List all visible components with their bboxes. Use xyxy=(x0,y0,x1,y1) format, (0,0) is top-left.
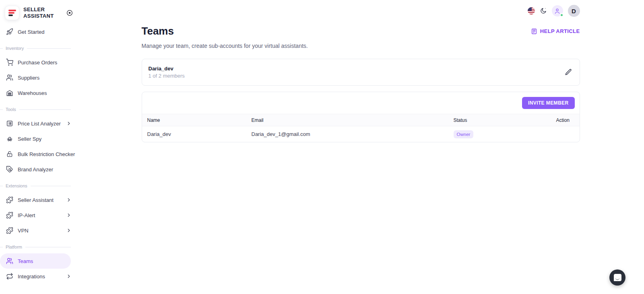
invite-member-button[interactable]: INVITE MEMBER xyxy=(522,97,575,109)
main-area: D Teams HELP ARTICLE Manage your team, c… xyxy=(77,0,644,294)
section-header-inventory: Inventory xyxy=(0,45,77,51)
sidebar-collapse-button[interactable] xyxy=(66,9,73,16)
rocket-icon xyxy=(6,28,13,35)
sidebar-item-label: Seller Assistant xyxy=(18,197,54,203)
column-header-status: Status xyxy=(448,117,551,123)
sidebar-item-label: Price List Analyzer xyxy=(18,121,61,127)
section-header-tools: Tools xyxy=(0,107,77,112)
online-status-dot xyxy=(560,13,564,17)
sidebar-item-suppliers[interactable]: Suppliers xyxy=(0,70,77,85)
puzzle-icon xyxy=(6,196,13,204)
edit-team-button[interactable] xyxy=(565,68,572,76)
sidebar-item-label: Bulk Restriction Checker xyxy=(18,151,75,157)
sidebar-item-purchase-orders[interactable]: Purchase Orders xyxy=(0,55,77,70)
sidebar-item-label: Brand Analyzer xyxy=(18,167,53,173)
sidebar-item-bulk-restriction-checker[interactable]: Bulk Restriction Checker xyxy=(0,146,77,162)
app-title: SELLER ASSISTANT xyxy=(23,6,54,20)
sidebar-item-price-list-analyzer[interactable]: Price List Analyzer xyxy=(0,116,77,131)
member-name: Daria_dev xyxy=(142,131,246,137)
sidebar-item-label: Seller Spy xyxy=(18,136,41,142)
sidebar-item-label: VPN xyxy=(18,228,29,234)
article-icon xyxy=(531,28,537,35)
user-avatar[interactable]: D xyxy=(568,5,580,17)
repeat-arrows-icon xyxy=(6,273,13,280)
sidebar-item-teams[interactable]: Teams xyxy=(0,253,71,269)
dark-mode-toggle[interactable] xyxy=(540,7,547,14)
column-header-action: Action xyxy=(551,117,580,123)
chevron-right-icon xyxy=(66,228,72,233)
puzzle-icon xyxy=(6,227,13,234)
topbar: D xyxy=(142,0,580,18)
lock-icon xyxy=(6,150,13,158)
pencil-icon xyxy=(565,68,572,76)
sidebar-item-brand-analyzer[interactable]: Brand Analyzer xyxy=(0,162,77,177)
chevron-right-icon xyxy=(66,212,72,218)
sidebar-item-label: Purchase Orders xyxy=(18,60,57,66)
chevron-right-icon xyxy=(66,197,72,203)
sidebar-item-integrations[interactable]: Integrations xyxy=(0,269,77,284)
chat-bubble-icon xyxy=(614,274,621,281)
table-header-row: Name Email Status Action xyxy=(142,114,580,126)
record-circle-icon xyxy=(66,9,73,16)
cart-icon xyxy=(6,59,13,66)
sidebar-item-warehouses[interactable]: Warehouses xyxy=(0,85,77,101)
chevron-right-icon xyxy=(66,121,72,126)
status-badge: Owner xyxy=(454,130,474,138)
members-panel: INVITE MEMBER Name Email Status Action D… xyxy=(142,92,580,142)
table-row: Daria_dev Daria_dev_1@gmail.com Owner xyxy=(142,126,580,142)
sidebar: SELLER ASSISTANT Get Started Inventory P… xyxy=(0,0,77,294)
column-header-name: Name xyxy=(142,117,246,123)
column-header-email: Email xyxy=(246,117,448,123)
sidebar-item-label: Get Started xyxy=(18,29,44,35)
puzzle-icon xyxy=(6,212,13,219)
team-name: Daria_dev xyxy=(149,66,185,72)
page-title: Teams xyxy=(142,25,174,37)
sidebar-item-label: Suppliers xyxy=(18,75,39,81)
sidebar-item-seller-assistant-extension[interactable]: Seller Assistant xyxy=(0,192,77,208)
sidebar-item-label: IP-Alert xyxy=(18,212,35,218)
account-status-button[interactable] xyxy=(552,5,563,16)
section-header-platform: Platform xyxy=(0,244,77,250)
sidebar-item-label: Integrations xyxy=(18,273,45,280)
app-logo xyxy=(5,6,19,20)
person-icon xyxy=(554,8,561,14)
sidebar-item-label: Teams xyxy=(18,258,33,264)
moon-icon xyxy=(540,7,547,14)
sidebar-item-label: Warehouses xyxy=(18,90,47,96)
team-members-count: 1 of 2 members xyxy=(149,73,185,79)
people-icon xyxy=(6,74,13,81)
team-card: Daria_dev 1 of 2 members xyxy=(142,59,580,86)
chevron-right-icon xyxy=(66,273,72,279)
language-flag-button[interactable] xyxy=(528,7,535,14)
help-article-link[interactable]: HELP ARTICLE xyxy=(531,28,580,35)
brand[interactable]: SELLER ASSISTANT xyxy=(0,4,77,24)
sidebar-item-get-started[interactable]: Get Started xyxy=(0,24,77,39)
people-icon xyxy=(6,257,13,265)
sidebar-item-ip-alert[interactable]: IP-Alert xyxy=(0,208,77,223)
sidebar-item-seller-spy[interactable]: Seller Spy xyxy=(0,131,77,146)
sidebar-item-vpn[interactable]: VPN xyxy=(0,223,77,238)
price-list-icon xyxy=(6,120,13,127)
section-header-extensions: Extensions xyxy=(0,183,77,189)
page-subtitle: Manage your team, create sub-accounts fo… xyxy=(142,43,580,49)
spy-icon xyxy=(6,135,13,142)
member-email: Daria_dev_1@gmail.com xyxy=(246,131,448,137)
chat-widget-button[interactable] xyxy=(609,269,625,286)
tag-search-icon xyxy=(6,166,13,173)
warehouse-icon xyxy=(6,89,13,97)
